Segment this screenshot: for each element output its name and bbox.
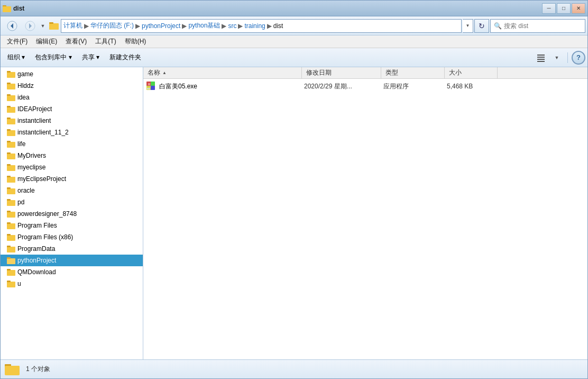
col-header-size[interactable]: 大小 <box>445 67 498 78</box>
folder-item[interactable]: idea <box>1 92 143 103</box>
organize-button[interactable]: 组织 ▾ <box>3 50 30 65</box>
toolbar: 组织 ▾ 包含到库中 ▾ 共享 ▾ 新建文件夹 ▼ ? <box>1 48 587 67</box>
folder-item[interactable]: Program Files <box>1 220 143 231</box>
folder-icon <box>7 257 15 264</box>
svg-rect-22 <box>7 118 11 119</box>
svg-rect-12 <box>537 61 545 62</box>
breadcrumb-python[interactable]: python基础 <box>188 21 220 30</box>
folder-item[interactable]: pythonProject <box>1 255 143 266</box>
folder-icon <box>7 175 15 183</box>
svg-rect-50 <box>7 281 11 282</box>
col-header-modified[interactable]: 修改日期 <box>302 67 381 78</box>
file-type-cell: 应用程序 <box>383 82 447 91</box>
folder-item[interactable]: myeclipse <box>1 161 143 173</box>
breadcrumb-dropdown-button[interactable]: ▼ <box>463 19 473 33</box>
folder-item[interactable]: life <box>1 138 143 150</box>
svg-rect-28 <box>7 152 11 154</box>
folder-item[interactable]: oracle <box>1 185 143 196</box>
svg-rect-37 <box>7 212 15 218</box>
back-button[interactable] <box>3 19 22 33</box>
forward-button[interactable] <box>23 19 38 33</box>
toolbar-separator <box>567 52 568 63</box>
include-library-button[interactable]: 包含到库中 ▾ <box>30 50 76 65</box>
folder-item[interactable]: myEclipseProject <box>1 173 143 185</box>
breadcrumb-project[interactable]: pythonProject <box>142 22 180 30</box>
folder-icon <box>7 210 15 218</box>
search-icon: 🔍 <box>494 22 502 30</box>
svg-rect-2 <box>3 6 11 12</box>
view-details-button[interactable] <box>534 51 548 65</box>
breadcrumb-src[interactable]: src <box>228 22 236 30</box>
file-item[interactable]: 白富美05.exe2020/2/29 星期...应用程序5,468 KB <box>143 80 587 93</box>
breadcrumb-current: dist <box>273 22 283 30</box>
svg-rect-21 <box>7 119 15 124</box>
breadcrumb-computer[interactable]: 计算机 <box>63 21 82 30</box>
svg-rect-43 <box>7 247 15 252</box>
title-bar-left: dist <box>3 4 24 13</box>
refresh-button[interactable]: ↻ <box>474 19 489 33</box>
folder-icon <box>7 94 15 101</box>
svg-rect-58 <box>148 88 148 89</box>
folder-item[interactable]: IDEAProject <box>1 103 143 115</box>
svg-rect-31 <box>7 177 15 183</box>
folder-item[interactable]: instantclient <box>1 115 143 127</box>
svg-rect-42 <box>7 234 11 236</box>
folder-icon <box>7 268 15 276</box>
svg-rect-49 <box>7 282 15 287</box>
minimize-button[interactable]: ─ <box>542 3 556 14</box>
breadcrumb-training[interactable]: training <box>244 22 265 30</box>
folder-item[interactable]: Hlddz <box>1 80 143 92</box>
folder-item[interactable]: QMDownload <box>1 266 143 278</box>
svg-rect-46 <box>7 257 11 259</box>
nav-extra-button[interactable]: ▼ <box>39 19 47 33</box>
folder-item[interactable]: game <box>1 68 143 80</box>
folder-item[interactable]: u <box>1 278 143 290</box>
folder-item[interactable]: pd <box>1 196 143 208</box>
file-list: 白富美05.exe2020/2/29 星期...应用程序5,468 KB <box>143 79 587 359</box>
toolbar-right: ▼ ? <box>534 51 585 65</box>
svg-rect-33 <box>7 188 15 194</box>
close-button[interactable]: ✕ <box>572 3 585 14</box>
menu-bar: 文件(F) 编辑(E) 查看(V) 工具(T) 帮助(H) <box>1 35 587 48</box>
menu-tools[interactable]: 工具(T) <box>91 36 120 47</box>
view-details-icon <box>537 53 545 62</box>
address-folder-svg <box>49 22 59 30</box>
folder-item[interactable]: instantclient_11_2 <box>1 127 143 138</box>
svg-rect-29 <box>7 165 15 171</box>
svg-rect-56 <box>148 83 150 85</box>
folder-icon <box>7 140 15 148</box>
folder-name: idea <box>17 94 30 101</box>
share-button[interactable]: 共享 ▾ <box>77 50 104 65</box>
left-panel: gameHlddzideaIDEAProjectinstantclientins… <box>1 67 143 359</box>
menu-edit[interactable]: 编辑(E) <box>32 36 61 47</box>
svg-rect-23 <box>7 130 15 136</box>
view-dropdown-button[interactable]: ▼ <box>550 51 564 65</box>
folder-item[interactable]: MyDrivers <box>1 150 143 161</box>
svg-rect-53 <box>151 82 155 86</box>
menu-help[interactable]: 帮助(H) <box>121 36 151 47</box>
help-button[interactable]: ? <box>572 51 585 65</box>
svg-rect-41 <box>7 235 15 241</box>
menu-view[interactable]: 查看(V) <box>61 36 91 47</box>
svg-rect-44 <box>7 246 11 247</box>
svg-rect-14 <box>7 71 11 73</box>
svg-rect-26 <box>7 141 11 142</box>
folder-item[interactable]: powerdesigner_8748 <box>1 208 143 220</box>
folder-item[interactable]: Program Files (x86) <box>1 231 143 243</box>
file-date-cell: 2020/2/29 星期... <box>304 82 383 91</box>
right-panel: 名称 ▲ 修改日期 类型 大小 <box>143 67 587 359</box>
folder-icon <box>7 82 15 89</box>
search-input[interactable] <box>504 22 573 30</box>
folder-name: QMDownload <box>17 268 56 276</box>
title-bar-folder-icon <box>3 4 11 13</box>
new-folder-button[interactable]: 新建文件夹 <box>105 50 146 65</box>
include-label: 包含到库中 ▾ <box>35 53 71 62</box>
menu-file[interactable]: 文件(F) <box>3 36 32 47</box>
folder-item[interactable]: ProgramData <box>1 243 143 255</box>
folder-icon <box>7 222 15 229</box>
maximize-button[interactable]: □ <box>557 3 571 14</box>
col-header-name[interactable]: 名称 ▲ <box>143 67 302 78</box>
breadcrumb-drive[interactable]: 华仔的固态 (F:) <box>90 21 134 30</box>
col-header-type[interactable]: 类型 <box>381 67 445 78</box>
address-bar-container: 计算机 ▶ 华仔的固态 (F:) ▶ pythonProject ▶ pytho… <box>61 19 473 33</box>
